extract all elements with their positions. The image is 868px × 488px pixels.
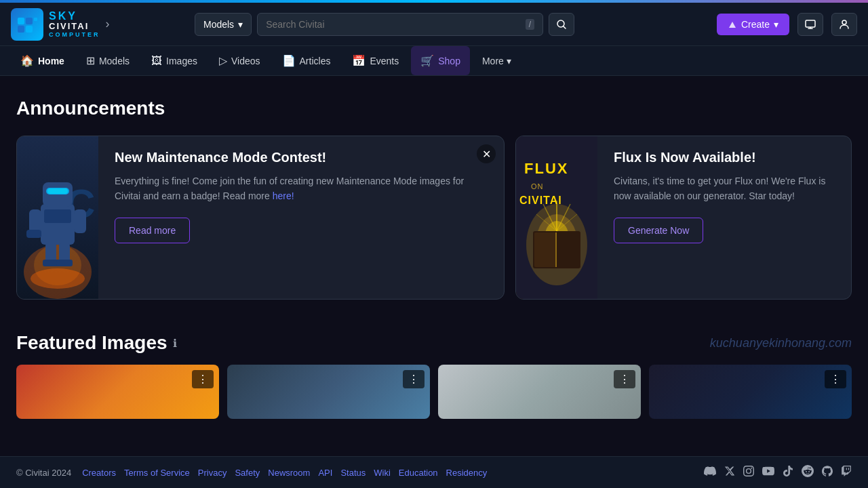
card-2-body: Flux Is Now Available! Civitans, it's ti…: [597, 136, 851, 299]
logo-text: SKY CIVITAI COMPUTER: [49, 10, 100, 39]
featured-title-row: Featured Images ℹ kuchuanyekinhonang.com: [16, 332, 852, 354]
card-2-actions: Generate Now: [614, 218, 835, 243]
featured-section: Featured Images ℹ kuchuanyekinhonang.com…: [16, 332, 852, 419]
nav-videos-label: Videos: [231, 56, 260, 66]
breadcrumb-arrow[interactable]: ›: [106, 17, 110, 31]
search-category-label: Models: [203, 19, 234, 30]
svg-point-11: [842, 20, 846, 24]
create-chevron-icon: ▾: [774, 19, 778, 30]
models-icon: ⊞: [86, 54, 95, 67]
svg-rect-33: [534, 232, 556, 267]
chevron-down-icon: ▾: [238, 19, 243, 30]
nav-more-button[interactable]: More ▾: [473, 47, 521, 75]
announcement-card-1: C: [16, 136, 505, 300]
header-actions: Create ▾: [717, 13, 857, 36]
nav-shop-label: Shop: [438, 56, 460, 66]
featured-info-icon[interactable]: ℹ: [173, 337, 177, 350]
profile-button[interactable]: [831, 13, 857, 36]
search-icon: [556, 19, 567, 30]
featured-image-2-bg: [227, 365, 430, 419]
svg-text:ON: ON: [531, 182, 544, 190]
logo-area: SKY CIVITAI COMPUTER ›: [11, 8, 119, 41]
image-1-menu-button[interactable]: ⋮: [192, 370, 214, 388]
nav-item-home[interactable]: 🏠 Home: [11, 46, 74, 75]
nav-item-videos[interactable]: ▷ Videos: [210, 46, 270, 75]
nav-events-label: Events: [370, 56, 399, 66]
featured-image-4: ⋮: [649, 365, 852, 419]
svg-rect-4: [26, 26, 33, 33]
svg-rect-20: [29, 209, 41, 233]
nav-models-label: Models: [99, 56, 130, 66]
create-button[interactable]: Create ▾: [717, 14, 789, 35]
search-input[interactable]: [266, 14, 520, 35]
nav-bar: 🏠 Home ⊞ Models 🖼 Images ▷ Videos 📄 Arti…: [0, 46, 868, 76]
create-label: Create: [741, 19, 770, 30]
header: SKY CIVITAI COMPUTER › Models ▾ / Create: [0, 3, 868, 46]
svg-rect-8: [806, 20, 815, 27]
svg-rect-23: [45, 243, 56, 262]
card-1-image: C: [17, 136, 98, 299]
announcements-grid: C: [16, 136, 852, 300]
videos-icon: ▷: [219, 54, 227, 67]
announcements-title: Announcements: [16, 98, 852, 119]
featured-image-1: ⋮: [16, 365, 219, 419]
slash-shortcut-badge: /: [526, 19, 534, 30]
image-4-menu-button[interactable]: ⋮: [825, 370, 846, 388]
watermark: kuchuanyekinhonang.com: [710, 336, 852, 350]
search-input-wrap: /: [257, 13, 543, 36]
nav-item-events[interactable]: 📅 Events: [342, 46, 408, 75]
logo-icon: [11, 8, 43, 41]
logo-sky-label: SKY: [49, 10, 100, 22]
featured-image-3: ⋮: [438, 365, 641, 419]
nav-item-shop[interactable]: 🛒 Shop: [411, 46, 470, 75]
nav-item-articles[interactable]: 📄 Articles: [273, 46, 340, 75]
svg-point-27: [31, 268, 85, 289]
card-1-body: New Maintenance Mode Contest! Everything…: [98, 136, 504, 299]
card-1-close-button[interactable]: ✕: [477, 144, 496, 163]
main-content: Announcements C: [0, 76, 868, 435]
svg-rect-5: [34, 18, 37, 21]
announcement-card-2: FLUX ON CIVITAI Flux Is Now Available! C…: [515, 136, 852, 300]
svg-text:FLUX: FLUX: [524, 160, 568, 177]
search-area: Models ▾ /: [195, 13, 574, 36]
image-3-menu-button[interactable]: ⋮: [614, 370, 635, 388]
images-icon: 🖼: [151, 55, 162, 67]
card-2-title: Flux Is Now Available!: [614, 150, 835, 165]
logo-civitai-label: CIVITAI: [49, 22, 100, 31]
svg-rect-34: [557, 232, 579, 267]
card-1-actions: Read more: [115, 218, 488, 243]
card-1-description: Everything is fine! Come join the fun of…: [115, 174, 488, 204]
more-chevron-icon: ▾: [507, 56, 511, 66]
nav-item-images[interactable]: 🖼 Images: [142, 47, 207, 75]
featured-image-1-bg: [16, 365, 219, 419]
svg-rect-1: [18, 18, 24, 24]
nav-images-label: Images: [166, 56, 197, 66]
image-2-menu-button[interactable]: ⋮: [403, 370, 425, 388]
svg-rect-3: [18, 26, 24, 33]
search-category-dropdown[interactable]: Models ▾: [195, 13, 252, 36]
search-button[interactable]: [549, 13, 574, 36]
events-icon: 📅: [352, 54, 366, 67]
flux-illustration: FLUX ON CIVITAI: [516, 136, 597, 299]
articles-icon: 📄: [282, 54, 296, 67]
svg-rect-2: [26, 18, 33, 24]
shop-icon: 🛒: [420, 54, 434, 67]
generate-now-button[interactable]: Generate Now: [614, 218, 703, 243]
logo-computer-label: COMPUTER: [49, 32, 100, 39]
svg-line-7: [563, 26, 566, 28]
card-2-image: FLUX ON CIVITAI: [516, 136, 597, 299]
display-button[interactable]: [797, 13, 823, 36]
nav-home-label: Home: [38, 56, 64, 66]
svg-rect-19: [47, 188, 68, 194]
svg-rect-21: [26, 230, 41, 238]
nav-item-models[interactable]: ⊞ Models: [77, 46, 139, 75]
card-1-link[interactable]: here!: [273, 190, 294, 201]
featured-images-grid: ⋮ ⋮ ⋮ ⋮: [16, 365, 852, 419]
read-more-button[interactable]: Read more: [115, 218, 190, 243]
featured-title: Featured Images: [16, 332, 167, 354]
featured-image-4-bg: [649, 365, 852, 419]
svg-rect-24: [59, 243, 70, 262]
nav-articles-label: Articles: [300, 56, 331, 66]
svg-text:CIVITAI: CIVITAI: [519, 195, 562, 206]
card-2-description: Civitans, it's time to get your Flux on!…: [614, 174, 835, 204]
